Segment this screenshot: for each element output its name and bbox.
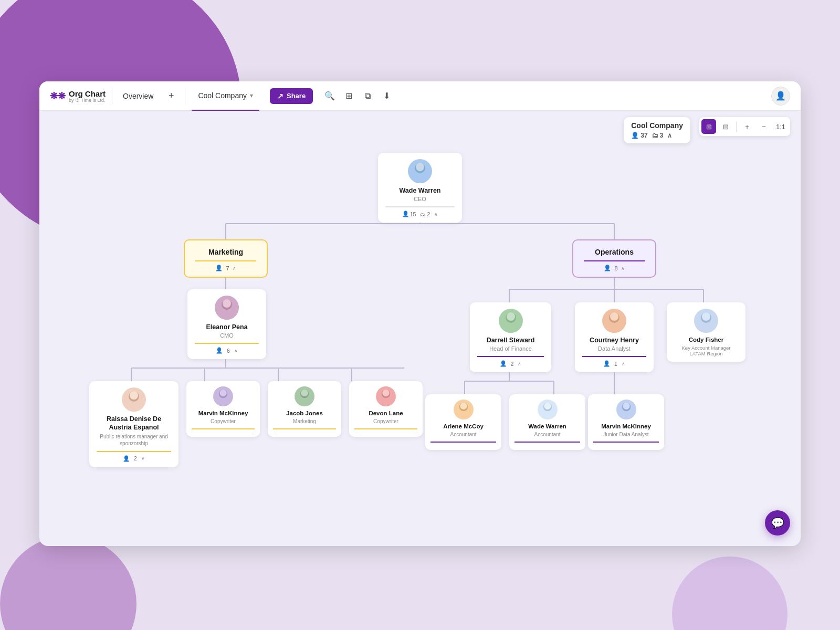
nav-add-button[interactable]: + (164, 89, 178, 103)
devon-node[interactable]: Devon Lane Copywriter (349, 381, 423, 437)
marvin-mck-node[interactable]: Marvin McKinney Copywriter (186, 381, 260, 437)
zoom-in-button[interactable]: + (740, 119, 754, 134)
org-chart-container: Wade Warren CEO 👤 15 🗂 2 ∧ Marketing (84, 148, 756, 463)
svg-point-51 (460, 403, 467, 410)
hierarchy-icon: ⊞ (706, 123, 712, 131)
wade-acc-node[interactable]: Wade Warren Accountant (509, 394, 585, 450)
svg-point-24 (416, 163, 424, 171)
share-button[interactable]: ↗ Share (270, 88, 313, 104)
ceo-members: 👤 15 (402, 211, 416, 217)
raissa-node[interactable]: Raissa Denise De Austria Espanol Public … (89, 381, 178, 467)
share-icon: ↗ (277, 92, 284, 100)
search-button[interactable]: 🔍 (321, 88, 338, 104)
grid-view-button[interactable]: ⊞ (340, 88, 357, 104)
raissa-name: Raissa Denise De Austria Espanol (97, 415, 171, 432)
company-tab[interactable]: Cool Company ▾ (192, 81, 259, 111)
courtney-stats: 👤 1 ∧ (582, 356, 646, 367)
download-button[interactable]: ⬇ (378, 88, 395, 104)
courtney-title: Data Analyst (598, 345, 631, 352)
svg-point-42 (219, 390, 226, 396)
darrell-name: Darrell Steward (487, 336, 535, 344)
nav-overview[interactable]: Overview (119, 90, 158, 102)
company-badge: Cool Company 👤 37 🗂 3 ∧ (624, 117, 690, 143)
wade-acc-stats (514, 442, 580, 446)
logo-icon: ❋❋ (50, 90, 66, 102)
zoom-out-button[interactable]: − (757, 119, 771, 134)
marvin-mck-avatar (213, 386, 233, 406)
header-right: 👤 (771, 87, 790, 106)
zoom-reset-button[interactable]: 1:1 (773, 119, 788, 134)
jacob-title: Marketing (293, 418, 316, 424)
eleanor-collapse[interactable]: ∧ (234, 348, 238, 353)
zoom-separator (736, 121, 737, 132)
courtney-node[interactable]: Courtney Henry Data Analyst 👤 1 ∧ (575, 302, 654, 372)
company-tab-label: Cool Company (198, 91, 247, 100)
svg-point-38 (127, 403, 141, 412)
chart-area[interactable]: Cool Company 👤 37 🗂 3 ∧ ⊞ ⊟ (39, 111, 801, 546)
svg-point-57 (623, 403, 629, 410)
ceo-name: Wade Warren (400, 186, 441, 195)
header-divider-2 (185, 88, 185, 104)
jacob-node[interactable]: Jacob Jones Marketing (268, 381, 341, 437)
marketing-collapse[interactable]: ∧ (233, 266, 236, 271)
hierarchy-view-button[interactable]: ⊞ (701, 119, 716, 134)
jacob-name: Jacob Jones (286, 410, 323, 417)
devon-name: Devon Lane (369, 410, 403, 417)
app-logo[interactable]: ❋❋ Org Chart by ⏱ Time is Ltd. (50, 89, 106, 103)
copy-button[interactable]: ⧉ (359, 88, 376, 104)
arlene-stats (430, 442, 496, 446)
arlene-avatar (454, 400, 474, 419)
marvin-jr-node[interactable]: Marvin McKinney Junior Data Analyst (588, 394, 664, 450)
darrell-node[interactable]: Darrell Steward Head of Finance 👤 2 ∧ (470, 302, 551, 372)
profile-button[interactable]: 👤 (771, 87, 790, 106)
svg-point-32 (607, 324, 622, 333)
zoom-out-icon: − (762, 123, 766, 131)
svg-point-26 (219, 311, 234, 320)
badge-chevron: ∧ (667, 132, 672, 139)
wade-acc-avatar (538, 400, 558, 419)
devon-avatar (376, 386, 396, 406)
cody-avatar (694, 309, 718, 333)
logo-text: Org Chart by ⏱ Time is Ltd. (69, 89, 106, 103)
folder-icon: 🗂 (652, 132, 658, 139)
bg-decoration-bottom (0, 536, 136, 630)
courtney-collapse[interactable]: ∧ (622, 361, 625, 366)
marketing-dept-node[interactable]: Marketing 👤 7 ∧ (184, 239, 268, 278)
logo-main-text: Org Chart (69, 89, 106, 98)
operations-dept-node[interactable]: Operations 👤 8 ∧ (572, 239, 656, 278)
operations-collapse[interactable]: ∧ (621, 266, 625, 271)
raissa-stats: 👤 2 ∨ (97, 451, 171, 462)
raissa-collapse[interactable]: ∨ (141, 456, 145, 461)
svg-point-48 (382, 390, 389, 396)
wade-acc-title: Accountant (534, 432, 560, 437)
ceo-collapse[interactable]: ∧ (434, 212, 438, 217)
svg-point-35 (699, 324, 713, 333)
svg-point-30 (507, 312, 515, 321)
cody-node[interactable]: Cody Fisher Key Account Manager LATAM Re… (667, 302, 746, 362)
marvin-jr-name: Marvin McKinney (601, 423, 651, 430)
arlene-node[interactable]: Arlene McCoy Accountant (425, 394, 501, 450)
ceo-node[interactable]: Wade Warren CEO 👤 15 🗂 2 ∧ (378, 153, 462, 223)
eleanor-node[interactable]: Eleanor Pena CMO 👤 6 ∧ (187, 289, 266, 359)
jacob-stats (273, 428, 336, 433)
arlene-name: Arlene McCoy (443, 423, 484, 430)
darrell-collapse[interactable]: ∧ (518, 361, 521, 366)
zoom-in-icon: + (745, 123, 749, 131)
marvin-jr-avatar (616, 400, 636, 419)
darrell-stats: 👤 2 ∧ (477, 356, 544, 367)
svg-point-53 (541, 413, 553, 419)
svg-point-54 (544, 403, 551, 410)
jacob-avatar (295, 386, 314, 406)
svg-point-29 (503, 324, 518, 333)
operations-dept-name: Operations (595, 248, 634, 256)
svg-point-45 (301, 390, 308, 396)
raissa-title: Public relations manager and sponzorship (97, 433, 171, 447)
company-badge-title: Cool Company (631, 121, 683, 130)
eleanor-title: CMO (220, 332, 234, 339)
eleanor-name: Eleanor Pena (206, 323, 247, 331)
chat-fab[interactable]: 💬 (765, 510, 790, 536)
cody-name: Cody Fisher (689, 336, 723, 344)
operations-dept-stats: 👤 8 ∧ (584, 260, 645, 271)
list-view-button[interactable]: ⊟ (718, 119, 733, 134)
share-label: Share (287, 92, 306, 100)
